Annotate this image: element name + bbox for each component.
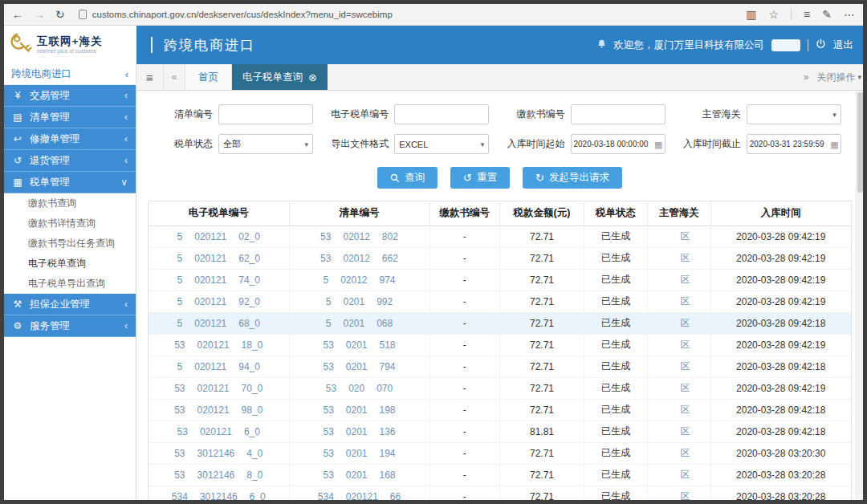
list-no-input[interactable] (218, 104, 313, 124)
vertical-scrollbar[interactable] (856, 91, 863, 500)
list-no-cell: 530201198 (289, 399, 429, 421)
table-row[interactable]: 502012102_05302012802-72.71已生成区2020-03-2… (149, 226, 851, 247)
close-tab-icon[interactable]: ⊗ (308, 71, 317, 83)
sidebar-subitem[interactable]: 缴款书导出任务查询 (4, 234, 136, 254)
time-cell: 2020-03-28 09:42:18 (710, 421, 851, 442)
tab-bar-right: » 关闭操作 ▾ (804, 64, 863, 90)
scroll-tabs-left-icon[interactable]: « (164, 64, 185, 90)
forward-icon[interactable]: → (34, 9, 45, 20)
sidebar-item-trade[interactable]: ¥交易管理‹ (4, 85, 136, 107)
table-row[interactable]: 502012174_0502012974-72.71已生成区2020-03-28… (149, 269, 851, 291)
close-operations-label: 关闭操作 (816, 71, 855, 84)
sidebar-subitem[interactable]: 电子税单查询 (4, 254, 136, 274)
more-options-icon[interactable]: ⋯ (844, 9, 855, 20)
status-cell: 已生成 (584, 464, 648, 486)
table-row[interactable]: 502012192_050201992-72.71已生成区2020-03-28 … (149, 291, 851, 312)
query-button[interactable]: 查询 (377, 167, 438, 189)
sidebar-item-service[interactable]: ⚙服务管理‹ (4, 315, 136, 337)
sidebar-item-guarantee[interactable]: ⚒担保企业管理‹ (4, 294, 136, 315)
table-row[interactable]: 502012194_0530201794-72.71已生成区2020-03-28… (149, 356, 851, 377)
table-row[interactable]: 502012162_05302012662-72.71已生成区2020-03-2… (149, 247, 851, 269)
logo-title: 互联网+海关 (37, 35, 102, 48)
tax-no-cell: 53430121466_0 (149, 486, 289, 500)
address-bar[interactable]: customs.chinaport.gov.cn/deskserver/cus/… (79, 10, 736, 19)
customs-cell: 区 (647, 247, 710, 269)
site-info-icon[interactable] (79, 10, 87, 19)
sidebar-subitem[interactable]: 电子税单导出查询 (4, 274, 136, 294)
close-operations-button[interactable]: 关闭操作 ▾ (816, 71, 861, 84)
table-row[interactable]: 5330121464_0530201194-72.71已生成区2020-03-2… (149, 442, 851, 464)
sidebar-header: 跨境电商进口 ‹ (4, 64, 136, 85)
tax-no-cell: 502012194_0 (149, 356, 289, 377)
toolbar-divider (791, 9, 792, 20)
table-row[interactable]: 530201216_0530201136-81.81已生成区2020-03-28… (149, 421, 851, 442)
time-cell: 2020-03-28 09:42:19 (710, 291, 851, 312)
column-header: 税款金额(元) (500, 201, 584, 226)
tab-home[interactable]: 首页 (185, 64, 232, 90)
web-note-icon[interactable]: ✎ (822, 9, 832, 20)
customs-cell: 区 (647, 421, 710, 442)
chevron-left-icon: ‹ (124, 320, 128, 331)
bell-icon[interactable] (596, 39, 607, 51)
table-row[interactable]: 53430121466_053402012166-72.71已生成区2020-0… (149, 486, 851, 500)
time-cell: 2020-03-28 09:42:19 (710, 377, 851, 399)
export-request-button[interactable]: ↻ 发起导出请求 (523, 167, 622, 189)
sidebar-subitem[interactable]: 缴款书详情查询 (4, 213, 136, 234)
export-icon: ↻ (535, 173, 544, 183)
date-end-input[interactable]: 2020-03-31 23:59:59 ▦ (747, 134, 841, 154)
customs-select[interactable]: ▾ (747, 104, 841, 124)
table-row[interactable]: 5302012198_0530201198-72.71已生成区2020-03-2… (149, 399, 851, 421)
calendar-icon[interactable]: ▦ (654, 139, 662, 149)
scroll-tabs-right-icon[interactable]: » (804, 72, 809, 82)
tax-status-select[interactable]: 全部 ▾ (218, 134, 313, 154)
payment-no-input[interactable] (571, 104, 666, 124)
tax-no-cell: 530201216_0 (149, 421, 289, 442)
column-header: 入库时间 (710, 201, 851, 226)
sidebar-item-manifest[interactable]: ▤清单管理‹ (4, 107, 136, 128)
tax-no-cell: 502012102_0 (149, 226, 289, 247)
collapse-sidebar-icon[interactable]: ‹ (125, 68, 128, 80)
main-panel: ≡ « 首页 电子税单查询 ⊗ » 关闭操作 ▾ (136, 64, 863, 500)
reset-button[interactable]: ↺ 重置 (450, 167, 510, 189)
status-cell: 已生成 (584, 247, 648, 269)
sidebar-subitem[interactable]: 缴款书查询 (4, 193, 136, 213)
column-header: 缴款书编号 (429, 201, 500, 226)
power-icon[interactable] (816, 39, 826, 51)
etax-no-input[interactable] (394, 104, 489, 124)
scrollbar-thumb[interactable] (857, 92, 863, 193)
reading-view-icon[interactable]: ▥ (746, 9, 756, 20)
sidebar-title-label: 跨境电商进口 (11, 67, 71, 81)
list-no-cell: 50201068 (289, 312, 429, 334)
time-cell: 2020-03-28 03:20:28 (710, 486, 851, 500)
list-no-cell: 53020070 (289, 377, 429, 399)
list-no-cell: 5302012662 (289, 247, 429, 269)
favorites-star-icon[interactable]: ☆ (769, 9, 779, 20)
logout-button[interactable]: 退出 (833, 39, 853, 52)
menu-toggle-icon[interactable]: ≡ (136, 64, 164, 90)
sidebar-item-amend[interactable]: ↩修撤单管理‹ (4, 128, 136, 150)
table-row[interactable]: 502012168_050201068-72.71已生成区2020-03-28 … (149, 312, 851, 334)
form-actions: 查询 ↺ 重置 ↻ 发起导出请求 (148, 167, 852, 189)
export-format-select[interactable]: EXCEL ▾ (394, 134, 489, 154)
sidebar-item-returns[interactable]: ↺退货管理‹ (4, 150, 136, 172)
pay-no-cell: - (429, 334, 500, 356)
table-row[interactable]: 5330121468_0530201168-72.71已生成区2020-03-2… (149, 464, 851, 486)
sidebar-item-tax[interactable]: ▦税单管理∨ (4, 172, 136, 193)
sidebar-item-label: 服务管理 (30, 319, 70, 333)
calendar-icon[interactable]: ▦ (830, 139, 838, 149)
welcome-text: 欢迎您，厦门万里目科技有限公司 (614, 39, 765, 52)
date-start-input[interactable]: 2020-03-18 00:00:00 ▦ (571, 134, 666, 154)
key-emblem-icon (8, 30, 34, 59)
amount-cell: 72.71 (500, 269, 584, 291)
reading-list-icon[interactable]: ≡ (804, 9, 810, 20)
tab-etax-query[interactable]: 电子税单查询 ⊗ (232, 64, 328, 90)
refresh-icon[interactable]: ↻ (55, 9, 65, 20)
header-user-area: 欢迎您，厦门万里目科技有限公司 退出 (596, 39, 864, 52)
undo-icon: ↩ (12, 133, 23, 144)
table-row[interactable]: 5302012118_0530201518-72.71已生成区2020-03-2… (149, 334, 851, 356)
back-icon[interactable]: ← (12, 9, 23, 20)
table-row[interactable]: 5302012170_053020070-72.71已生成区2020-03-28… (149, 377, 851, 399)
status-cell: 已生成 (584, 334, 648, 356)
field-label-tax-status: 税单状态 (148, 137, 218, 151)
select-value: 全部 (223, 138, 241, 150)
